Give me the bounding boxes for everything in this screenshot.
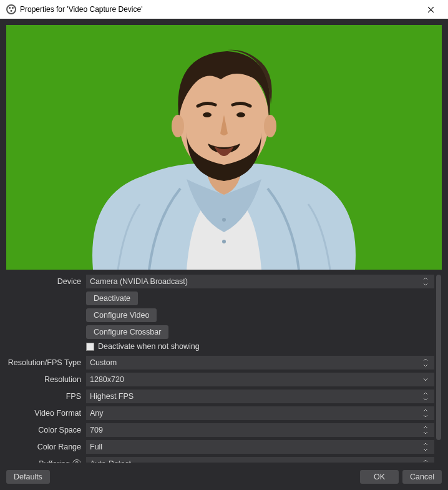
label-video-format: Video Format <box>6 409 81 418</box>
select-res-fps-type[interactable]: Custom <box>86 356 434 370</box>
select-res-fps-type-value: Custom <box>90 358 117 367</box>
select-buffering[interactable]: Auto-Detect <box>86 457 434 463</box>
row-resolution: Resolution 1280x720 <box>6 373 434 386</box>
updown-icon <box>421 440 431 454</box>
form-scroll: Device Camera (NVIDIA Broadcast) Deactiv… <box>6 275 434 463</box>
updown-icon <box>421 423 431 437</box>
scrollbar-track[interactable] <box>436 275 442 463</box>
dialog-footer: Defaults OK Cancel <box>6 468 442 484</box>
configure-video-button[interactable]: Configure Video <box>86 308 157 322</box>
select-color-range[interactable]: Full <box>86 440 434 454</box>
select-color-space[interactable]: 709 <box>86 423 434 437</box>
combo-resolution[interactable]: 1280x720 <box>86 373 434 386</box>
select-buffering-value: Auto-Detect <box>90 459 131 463</box>
row-res-fps-type: Resolution/FPS Type Custom <box>6 356 434 370</box>
deactivate-button[interactable]: Deactivate <box>86 292 138 305</box>
defaults-button[interactable]: Defaults <box>6 470 50 484</box>
close-icon <box>427 6 434 13</box>
row-device: Device Camera (NVIDIA Broadcast) <box>6 275 434 288</box>
label-color-space: Color Space <box>6 426 81 434</box>
updown-icon <box>421 275 431 288</box>
select-fps-value: Highest FPS <box>90 392 134 401</box>
label-res-fps-type: Resolution/FPS Type <box>6 358 81 367</box>
updown-icon <box>421 457 431 463</box>
configure-crossbar-button[interactable]: Configure Crossbar <box>86 325 168 339</box>
combo-resolution-value: 1280x720 <box>90 375 124 384</box>
label-device: Device <box>6 277 81 286</box>
video-preview <box>6 25 442 270</box>
svg-point-1 <box>172 115 184 137</box>
label-fps: FPS <box>6 392 81 401</box>
row-deactivate-not-showing: Deactivate when not showing <box>86 342 434 351</box>
row-buffering: Buffering ? Auto-Detect <box>6 457 434 463</box>
select-video-format[interactable]: Any <box>86 406 434 420</box>
select-fps[interactable]: Highest FPS <box>86 390 434 403</box>
obs-app-icon <box>6 4 16 14</box>
svg-point-6 <box>222 240 226 243</box>
updown-icon <box>421 390 431 403</box>
label-buffering: Buffering ? <box>6 459 81 463</box>
chevron-down-icon <box>421 373 431 386</box>
updown-icon <box>421 406 431 420</box>
titlebar-left: Properties for 'Video Capture Device' <box>6 4 142 14</box>
svg-point-3 <box>203 112 212 117</box>
person-silhouette <box>74 32 374 270</box>
window-title: Properties for 'Video Capture Device' <box>20 5 142 14</box>
label-resolution: Resolution <box>6 375 81 384</box>
select-color-space-value: 709 <box>90 426 103 434</box>
footer-right: OK Cancel <box>360 470 442 484</box>
label-color-range: Color Range <box>6 443 81 451</box>
scrollbar-thumb[interactable] <box>436 275 441 440</box>
row-color-range: Color Range Full <box>6 440 434 454</box>
row-color-space: Color Space 709 <box>6 423 434 437</box>
svg-point-4 <box>236 112 245 117</box>
ok-button[interactable]: OK <box>360 470 399 484</box>
titlebar: Properties for 'Video Capture Device' <box>0 0 448 19</box>
label-buffering-text: Buffering <box>39 459 70 463</box>
form-region: Device Camera (NVIDIA Broadcast) Deactiv… <box>6 275 442 463</box>
close-button[interactable] <box>419 1 442 18</box>
help-icon[interactable]: ? <box>72 459 81 463</box>
select-device-value: Camera (NVIDIA Broadcast) <box>90 277 188 286</box>
select-color-range-value: Full <box>90 443 102 451</box>
select-video-format-value: Any <box>90 409 104 418</box>
select-device[interactable]: Camera (NVIDIA Broadcast) <box>86 275 434 288</box>
dialog-body: Device Camera (NVIDIA Broadcast) Deactiv… <box>0 19 448 490</box>
cancel-button[interactable]: Cancel <box>402 470 442 484</box>
svg-point-2 <box>264 115 276 137</box>
svg-point-5 <box>222 218 226 222</box>
checkbox-deactivate-not-showing[interactable] <box>86 343 94 351</box>
label-deactivate-not-showing: Deactivate when not showing <box>98 342 200 351</box>
row-fps: FPS Highest FPS <box>6 390 434 403</box>
updown-icon <box>421 356 431 370</box>
row-video-format: Video Format Any <box>6 406 434 420</box>
